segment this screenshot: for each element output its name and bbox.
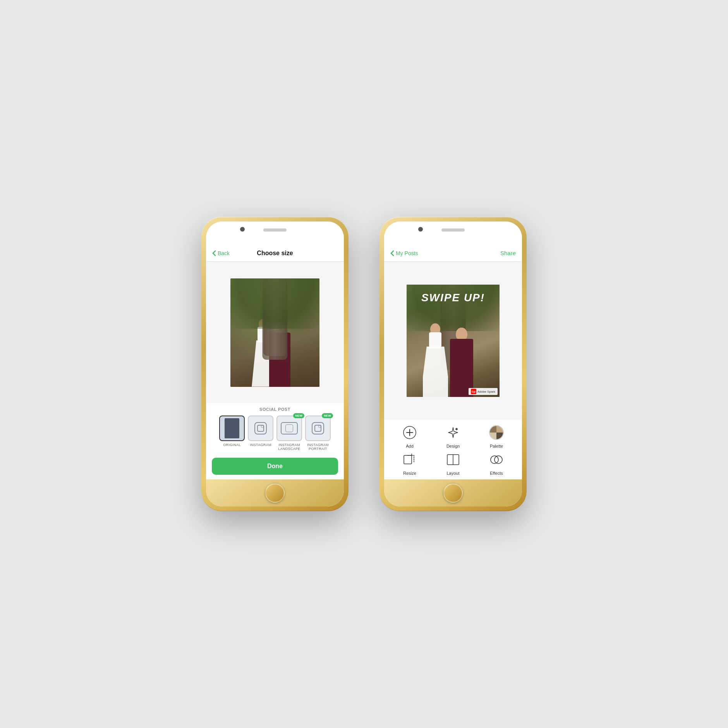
phone-2-speaker: [441, 228, 465, 232]
toolbar: Add Design: [384, 420, 522, 479]
new-badge-landscape: NEW: [293, 413, 304, 418]
tool-design[interactable]: Design: [438, 423, 469, 448]
couple-figure-edit: [419, 304, 481, 397]
page-title: Choose size: [257, 250, 293, 257]
layout-label: Layout: [446, 471, 459, 476]
landscape-inner-icon: [285, 424, 293, 432]
size-thumb-landscape: NEW: [276, 416, 302, 441]
adobe-spark-label: Adobe Spark: [477, 390, 495, 393]
size-section: SOCIAL POST ORIGINAL: [206, 403, 344, 455]
palette-cell-brown: [490, 426, 496, 433]
size-name-instagram: INSTAGRAM: [250, 443, 271, 447]
groom-edit: [450, 323, 473, 397]
palette-icon: [487, 423, 506, 442]
tool-palette[interactable]: Palette: [481, 423, 512, 448]
size-name-original: ORIGINAL: [223, 443, 240, 447]
tool-effects[interactable]: Effects: [481, 450, 512, 476]
size-option-instagram[interactable]: INSTAGRAM: [248, 416, 273, 451]
my-posts-back-button[interactable]: My Posts: [390, 250, 418, 256]
effects-svg-icon: [489, 452, 504, 467]
resize-icon: [400, 450, 419, 469]
tool-resize[interactable]: Resize: [394, 450, 425, 476]
palette-label: Palette: [490, 444, 503, 448]
size-name-landscape: INSTAGRAMLANDSCAPE: [278, 443, 300, 451]
add-icon: [400, 423, 419, 442]
size-option-original[interactable]: ORIGINAL: [219, 416, 245, 451]
phone-2-nav: My Posts Share: [384, 245, 522, 262]
phone-1-screen: Back Choose size: [206, 245, 344, 479]
palette-cell-dark: [496, 433, 503, 439]
foliage-1: [230, 278, 319, 329]
edit-photo: SWIPE UP!: [407, 285, 500, 397]
adobe-logo: Sp: [471, 389, 476, 394]
share-button[interactable]: Share: [500, 250, 516, 256]
palette-row-2: [490, 433, 503, 439]
done-button[interactable]: Done: [212, 458, 338, 475]
design-label: Design: [446, 444, 460, 448]
adobe-spark-badge: Sp Adobe Spark: [469, 388, 498, 395]
swipe-up-text: SWIPE UP!: [421, 292, 485, 304]
size-thumb-instagram: [248, 416, 273, 441]
back-label: Back: [218, 250, 230, 256]
phone-1: Back Choose size: [201, 217, 349, 511]
toolbar-row-2: Resize Layout: [388, 450, 518, 476]
sparkle-icon: [446, 425, 460, 440]
swipe-up-banner: SWIPE UP!: [407, 292, 500, 304]
phone-1-body: Back Choose size: [206, 221, 344, 507]
layout-icon: [443, 450, 463, 469]
phone-2-camera: [418, 227, 423, 232]
instagram-icon-1: [254, 422, 267, 434]
tool-add[interactable]: Add: [394, 423, 425, 448]
done-label: Done: [267, 463, 283, 470]
palette-row-1: [490, 426, 503, 433]
landscape-icon: [281, 422, 298, 434]
layout-svg-icon: [446, 452, 460, 467]
wedding-photo: [230, 278, 319, 387]
home-button-1[interactable]: [265, 483, 285, 503]
phone-1-nav: Back Choose size: [206, 245, 344, 262]
phone-1-bottom: [206, 479, 344, 507]
back-button[interactable]: Back: [212, 250, 230, 256]
phone-2-top-bar: [384, 221, 522, 245]
phone-1-speaker: [263, 228, 287, 232]
phone-2: My Posts Share SWIPE UP!: [379, 217, 527, 511]
scene: Back Choose size: [201, 217, 527, 511]
size-name-portrait: INSTAGRAMPORTRAIT: [307, 443, 329, 451]
new-badge-portrait: NEW: [322, 413, 333, 418]
effects-icon: [487, 450, 506, 469]
bride-dress-edit: [423, 347, 448, 397]
size-thumb-original: [219, 416, 245, 441]
palette-cell-tan: [496, 426, 503, 433]
section-label: SOCIAL POST: [212, 407, 338, 412]
instagram-icon-2: [312, 422, 324, 434]
photo-preview: [206, 262, 344, 403]
phone-1-camera: [240, 227, 245, 232]
size-thumb-portrait: NEW: [305, 416, 331, 441]
back-chevron-icon: [212, 250, 216, 256]
size-options: ORIGINAL INSTAGRAM NEW: [212, 416, 338, 451]
phone-2-body: My Posts Share SWIPE UP!: [384, 221, 522, 507]
phone-2-screen: My Posts Share SWIPE UP!: [384, 245, 522, 479]
palette-cell-light: [490, 433, 496, 439]
bride-edit: [423, 331, 448, 397]
phone-1-top-bar: [206, 221, 344, 245]
back-chevron-icon-2: [390, 250, 394, 256]
effects-label: Effects: [490, 471, 503, 476]
size-option-portrait[interactable]: NEW INSTAGRAMPORTRAIT: [305, 416, 331, 451]
my-posts-label: My Posts: [396, 250, 418, 256]
original-thumb-inner: [225, 418, 239, 438]
design-icon: [443, 423, 463, 442]
home-button-2[interactable]: [443, 483, 463, 503]
bride-top-edit: [429, 332, 441, 349]
editor-preview: SWIPE UP!: [384, 262, 522, 420]
add-label: Add: [406, 444, 414, 448]
toolbar-row-1: Add Design: [388, 423, 518, 448]
add-circle-icon: [402, 425, 417, 440]
resize-label: Resize: [403, 471, 416, 476]
resize-svg-icon: [402, 452, 417, 467]
tool-layout[interactable]: Layout: [438, 450, 469, 476]
palette-box: [489, 425, 504, 440]
phone-2-bottom: [384, 479, 522, 507]
svg-rect-4: [404, 455, 412, 464]
size-option-landscape[interactable]: NEW INSTAGRAMLANDSCAPE: [276, 416, 302, 451]
